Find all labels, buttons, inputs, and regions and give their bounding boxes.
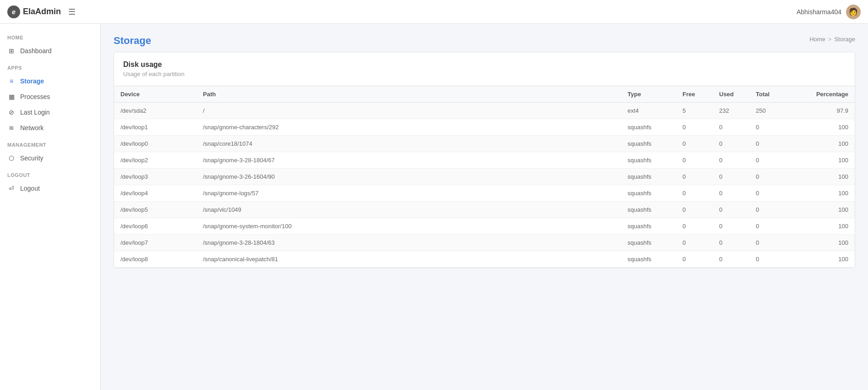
- cell-free: 0: [676, 251, 713, 268]
- page-header: Storage Home > Storage: [114, 35, 855, 43]
- network-icon: ≋: [7, 124, 16, 132]
- navbar: e ElaAdmin ☰ Abhisharma404 🧑: [0, 0, 868, 24]
- sidebar-item-label-network: Network: [20, 124, 44, 132]
- table-row: /dev/loop5/snap/vlc/1049squashfs000100: [114, 202, 855, 218]
- card-title: Disk usage: [123, 60, 846, 69]
- cell-device: /dev/loop0: [114, 136, 197, 152]
- sidebar-item-label-last-login: Last Login: [20, 109, 50, 116]
- cell-type: squashfs: [621, 251, 676, 268]
- cell-path: /snap/gnome-3-26-1604/90: [197, 169, 621, 185]
- cell-total: 0: [749, 218, 795, 235]
- brand-name: ElaAdmin: [23, 7, 61, 16]
- breadcrumb-home[interactable]: Home: [809, 36, 825, 43]
- cell-type: squashfs: [621, 152, 676, 169]
- cell-device: /dev/loop4: [114, 185, 197, 202]
- sidebar-section-logout: LOGOUT: [0, 166, 100, 181]
- card-header: Disk usage Usage of each partition: [114, 52, 855, 86]
- col-header-free: Free: [676, 86, 713, 103]
- sidebar-item-processes[interactable]: ▦Processes: [0, 89, 100, 104]
- cell-pct: 100: [795, 202, 855, 218]
- cell-path: /snap/gnome-system-monitor/100: [197, 218, 621, 235]
- breadcrumb: Home > Storage: [114, 36, 855, 43]
- cell-used: 0: [713, 218, 749, 235]
- cell-free: 0: [676, 169, 713, 185]
- cell-pct: 100: [795, 152, 855, 169]
- cell-used: 0: [713, 169, 749, 185]
- cell-path: /snap/vlc/1049: [197, 202, 621, 218]
- table-header-row: Device Path Type Free Used Total Percent…: [114, 86, 855, 103]
- cell-total: 250: [749, 103, 795, 119]
- table-row: /dev/loop6/snap/gnome-system-monitor/100…: [114, 218, 855, 235]
- cell-type: squashfs: [621, 218, 676, 235]
- sidebar-item-label-dashboard: Dashboard: [20, 47, 52, 55]
- col-header-used: Used: [713, 86, 749, 103]
- cell-device: /dev/loop3: [114, 169, 197, 185]
- cell-path: /snap/gnome-characters/292: [197, 119, 621, 136]
- cell-used: 0: [713, 251, 749, 268]
- sidebar-item-security[interactable]: ⬡Security: [0, 150, 100, 166]
- table-row: /dev/loop8/snap/canonical-livepatch/81sq…: [114, 251, 855, 268]
- cell-used: 0: [713, 235, 749, 251]
- cell-free: 5: [676, 103, 713, 119]
- cell-type: squashfs: [621, 136, 676, 152]
- card-subtitle: Usage of each partition: [123, 71, 846, 77]
- table-body: /dev/sda2/ext4523225097.9/dev/loop1/snap…: [114, 103, 855, 268]
- cell-device: /dev/loop6: [114, 218, 197, 235]
- brand-logo-text: e: [12, 8, 16, 16]
- processes-icon: ▦: [7, 93, 16, 100]
- cell-pct: 100: [795, 169, 855, 185]
- cell-used: 0: [713, 202, 749, 218]
- cell-total: 0: [749, 136, 795, 152]
- cell-used: 0: [713, 185, 749, 202]
- col-header-pct: Percentage: [795, 86, 855, 103]
- sidebar-item-network[interactable]: ≋Network: [0, 120, 100, 136]
- sidebar: HOME⊞DashboardAPPS≡Storage▦Processes⊘Las…: [0, 24, 101, 390]
- sidebar-item-dashboard[interactable]: ⊞Dashboard: [0, 43, 100, 59]
- table-row: /dev/loop7/snap/gnome-3-28-1804/63squash…: [114, 235, 855, 251]
- cell-total: 0: [749, 235, 795, 251]
- cell-path: /snap/gnome-logs/57: [197, 185, 621, 202]
- cell-pct: 100: [795, 235, 855, 251]
- cell-pct: 100: [795, 136, 855, 152]
- cell-free: 0: [676, 185, 713, 202]
- avatar: 🧑: [846, 5, 861, 19]
- cell-total: 0: [749, 152, 795, 169]
- sidebar-item-storage[interactable]: ≡Storage: [0, 73, 100, 89]
- table-row: /dev/loop1/snap/gnome-characters/292squa…: [114, 119, 855, 136]
- table-row: /dev/loop0/snap/core18/1074squashfs00010…: [114, 136, 855, 152]
- breadcrumb-current: Storage: [834, 36, 855, 43]
- cell-pct: 100: [795, 119, 855, 136]
- cell-type: ext4: [621, 103, 676, 119]
- content-area: Storage Home > Storage Disk usage Usage …: [101, 24, 868, 390]
- cell-device: /dev/loop8: [114, 251, 197, 268]
- sidebar-item-logout[interactable]: ⏎Logout: [0, 181, 100, 196]
- cell-free: 0: [676, 152, 713, 169]
- cell-total: 0: [749, 202, 795, 218]
- cell-pct: 100: [795, 218, 855, 235]
- brand-logo: e: [7, 5, 20, 18]
- sidebar-item-last-login[interactable]: ⊘Last Login: [0, 104, 100, 120]
- last-login-icon: ⊘: [7, 109, 16, 116]
- sidebar-section-management: MANAGEMENT: [0, 136, 100, 150]
- disk-table: Device Path Type Free Used Total Percent…: [114, 86, 855, 268]
- cell-pct: 100: [795, 185, 855, 202]
- disk-usage-card: Disk usage Usage of each partition Devic…: [114, 52, 855, 268]
- cell-pct: 100: [795, 251, 855, 268]
- cell-used: 232: [713, 103, 749, 119]
- col-header-path: Path: [197, 86, 621, 103]
- cell-type: squashfs: [621, 169, 676, 185]
- navbar-right: Abhisharma404 🧑: [797, 5, 861, 19]
- hamburger-button[interactable]: ☰: [68, 7, 76, 17]
- sidebar-item-label-logout: Logout: [20, 185, 40, 192]
- logout-icon: ⏎: [7, 185, 16, 192]
- table-row: /dev/loop4/snap/gnome-logs/57squashfs000…: [114, 185, 855, 202]
- cell-used: 0: [713, 119, 749, 136]
- storage-icon: ≡: [7, 77, 16, 85]
- cell-path: /snap/gnome-3-28-1804/67: [197, 152, 621, 169]
- cell-free: 0: [676, 218, 713, 235]
- cell-used: 0: [713, 136, 749, 152]
- security-icon: ⬡: [7, 154, 16, 162]
- cell-device: /dev/sda2: [114, 103, 197, 119]
- sidebar-section-home: HOME: [0, 28, 100, 43]
- cell-type: squashfs: [621, 235, 676, 251]
